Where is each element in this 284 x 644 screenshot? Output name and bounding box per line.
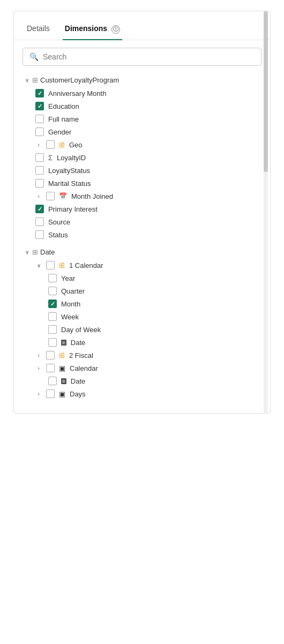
label-status: Status — [48, 231, 68, 239]
checkbox-loyalty-status[interactable] — [35, 166, 44, 175]
expand-arrow-date: ∨ — [24, 249, 30, 255]
checkbox-1-calendar[interactable] — [46, 261, 55, 269]
checkbox-gender[interactable] — [35, 128, 44, 136]
checkbox-month-joined[interactable] — [46, 192, 55, 200]
item-geo[interactable]: › ⊞̈ Geo — [20, 138, 270, 151]
label-date-field: Date — [71, 339, 85, 347]
item-day-of-week[interactable]: Day of Week — [20, 323, 270, 336]
expand-arrow-1-calendar: ∨ — [35, 263, 42, 268]
checkbox-2-fiscal[interactable] — [46, 351, 55, 360]
search-input[interactable] — [43, 53, 255, 61]
checkbox-days[interactable] — [46, 390, 55, 398]
label-calendar: Calendar — [70, 364, 98, 372]
panel: Details Dimensions ⓘ 🔍 ∨ ⊞ CustomerLoyal… — [13, 11, 271, 414]
item-status[interactable]: Status — [20, 228, 270, 241]
label-anniversary-month: Anniversary Month — [48, 89, 106, 98]
checkbox-marital-status[interactable] — [35, 179, 44, 188]
item-primary-interest[interactable]: Primary Interest — [20, 203, 270, 215]
item-loyalty-status[interactable]: LoyaltyStatus — [20, 164, 270, 177]
checkbox-primary-interest[interactable] — [35, 205, 44, 213]
item-marital-status[interactable]: Marital Status — [20, 177, 270, 190]
scrollbar-thumb[interactable] — [264, 11, 268, 172]
group-customer-loyalty[interactable]: ∨ ⊞ CustomerLoyaltyProgram — [20, 73, 270, 87]
checkbox-calendar[interactable] — [46, 364, 55, 372]
item-date-field2[interactable]: ≡ Date — [20, 375, 270, 387]
label-full-name: Full name — [48, 115, 79, 123]
group-label-date: Date — [40, 248, 55, 256]
hier-icon-2-fiscal: ⊞̈ — [59, 351, 65, 360]
expand-arrow-geo: › — [35, 142, 42, 148]
hier-icon-1-calendar: ⊞̈ — [59, 261, 65, 269]
table-icon-customer: ⊞ — [32, 76, 38, 84]
tab-details[interactable]: Details — [25, 20, 52, 40]
hier-icon-geo: ⊞̈ — [59, 141, 65, 149]
checkbox-date-field2[interactable] — [48, 377, 57, 385]
item-date-field[interactable]: ≡ Date — [20, 336, 270, 349]
item-days[interactable]: › ▣ Days — [20, 387, 270, 400]
label-education: Education — [48, 102, 79, 110]
item-week[interactable]: Week — [20, 310, 270, 323]
item-month-joined[interactable]: › 📅 Month Joined — [20, 190, 270, 203]
label-year: Year — [61, 274, 75, 282]
tabs-container: Details Dimensions ⓘ — [14, 11, 270, 40]
label-primary-interest: Primary Interest — [48, 205, 98, 213]
checkbox-geo[interactable] — [46, 140, 55, 149]
checkbox-status[interactable] — [35, 230, 44, 239]
checkbox-education[interactable] — [35, 102, 44, 110]
label-geo: Geo — [69, 141, 83, 149]
search-icon: 🔍 — [29, 53, 39, 61]
expand-arrow-month-joined: › — [35, 193, 42, 199]
label-marital-status: Marital Status — [48, 179, 91, 188]
label-week: Week — [61, 313, 79, 321]
item-anniversary-month[interactable]: Anniversary Month — [20, 87, 270, 100]
item-month[interactable]: Month — [20, 297, 270, 310]
checkbox-week[interactable] — [48, 312, 57, 321]
item-education[interactable]: Education — [20, 100, 270, 113]
item-full-name[interactable]: Full name — [20, 113, 270, 125]
checkbox-quarter[interactable] — [48, 287, 57, 295]
label-month: Month — [61, 300, 80, 308]
label-loyalty-status: LoyaltyStatus — [48, 167, 90, 175]
table-col-icon-date2: ≡ — [61, 378, 66, 384]
scrollbar-track — [264, 11, 268, 413]
checkbox-day-of-week[interactable] — [48, 325, 57, 334]
checkbox-anniversary-month[interactable] — [35, 89, 44, 98]
label-month-joined: Month Joined — [71, 192, 113, 200]
item-quarter[interactable]: Quarter — [20, 284, 270, 297]
expand-arrow-calendar: › — [35, 365, 42, 371]
sigma-icon-loyalty: Σ — [48, 154, 53, 162]
tree-container: ∨ ⊞ CustomerLoyaltyProgram Anniversary M… — [14, 71, 270, 402]
tab-dimensions[interactable]: Dimensions ⓘ — [63, 20, 122, 40]
dimensions-info-icon[interactable]: ⓘ — [111, 25, 120, 34]
item-2-fiscal[interactable]: › ⊞̈ 2 Fiscal — [20, 349, 270, 362]
checkbox-month[interactable] — [48, 299, 57, 308]
item-loyalty-id[interactable]: Σ LoyaltyID — [20, 151, 270, 164]
black-table-icon-days: ▣ — [59, 390, 65, 398]
expand-arrow-days: › — [35, 391, 42, 397]
label-2-fiscal: 2 Fiscal — [69, 351, 93, 360]
item-calendar[interactable]: › ▣ Calendar — [20, 362, 270, 375]
label-days: Days — [70, 390, 86, 398]
table-col-icon-date: ≡ — [61, 340, 66, 346]
label-gender: Gender — [48, 128, 71, 136]
label-date-field2: Date — [71, 377, 85, 385]
label-loyalty-id: LoyaltyID — [57, 154, 86, 162]
item-gender[interactable]: Gender — [20, 125, 270, 138]
checkbox-full-name[interactable] — [35, 115, 44, 123]
label-1-calendar: 1 Calendar — [69, 261, 103, 269]
search-container: 🔍 — [23, 48, 261, 66]
label-day-of-week: Day of Week — [61, 326, 101, 334]
checkbox-date-field[interactable] — [48, 338, 57, 347]
item-year[interactable]: Year — [20, 272, 270, 284]
checkbox-source[interactable] — [35, 218, 44, 226]
expand-arrow-customer: ∨ — [24, 77, 30, 83]
label-source: Source — [48, 218, 70, 226]
checkbox-loyalty-id[interactable] — [35, 153, 44, 162]
group-label-customer: CustomerLoyaltyProgram — [40, 76, 119, 84]
table-icon-date: ⊞ — [32, 248, 38, 256]
checkbox-year[interactable] — [48, 274, 57, 282]
group-date[interactable]: ∨ ⊞ Date — [20, 245, 270, 259]
item-1-calendar[interactable]: ∨ ⊞̈ 1 Calendar — [20, 259, 270, 272]
item-source[interactable]: Source — [20, 215, 270, 228]
calendar-icon-month-joined: 📅 — [59, 192, 67, 200]
